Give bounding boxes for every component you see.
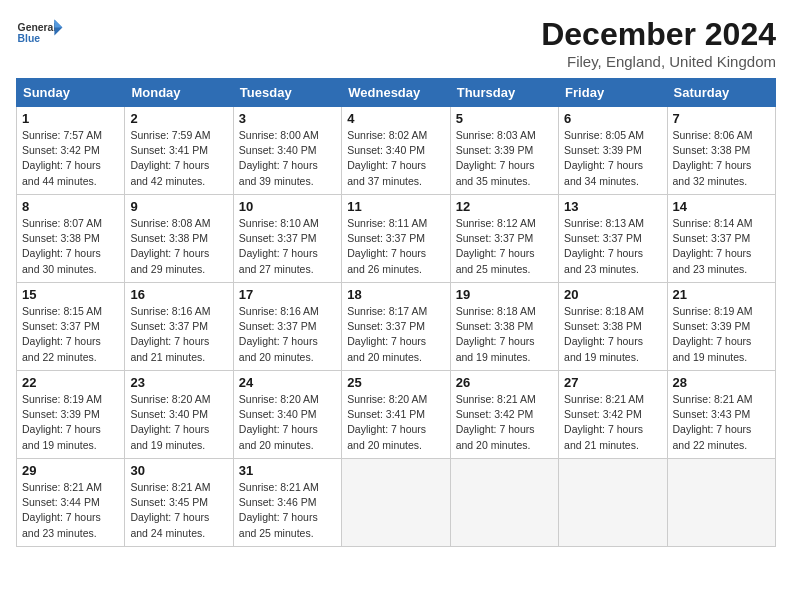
day-number: 2 (130, 111, 227, 126)
calendar-cell: 21Sunrise: 8:19 AMSunset: 3:39 PMDayligh… (667, 283, 775, 371)
day-number: 17 (239, 287, 336, 302)
day-info: Sunrise: 8:18 AMSunset: 3:38 PMDaylight:… (564, 304, 661, 365)
day-info: Sunrise: 8:20 AMSunset: 3:40 PMDaylight:… (239, 392, 336, 453)
weekday-header-tuesday: Tuesday (233, 79, 341, 107)
day-number: 29 (22, 463, 119, 478)
svg-text:General: General (18, 22, 57, 33)
week-row-3: 15Sunrise: 8:15 AMSunset: 3:37 PMDayligh… (17, 283, 776, 371)
calendar-cell (450, 459, 558, 547)
calendar-cell: 9Sunrise: 8:08 AMSunset: 3:38 PMDaylight… (125, 195, 233, 283)
day-number: 7 (673, 111, 770, 126)
month-title: December 2024 (541, 16, 776, 53)
calendar-table: SundayMondayTuesdayWednesdayThursdayFrid… (16, 78, 776, 547)
day-info: Sunrise: 8:21 AMSunset: 3:42 PMDaylight:… (456, 392, 553, 453)
calendar-cell: 23Sunrise: 8:20 AMSunset: 3:40 PMDayligh… (125, 371, 233, 459)
day-info: Sunrise: 8:03 AMSunset: 3:39 PMDaylight:… (456, 128, 553, 189)
calendar-cell: 2Sunrise: 7:59 AMSunset: 3:41 PMDaylight… (125, 107, 233, 195)
calendar-cell: 22Sunrise: 8:19 AMSunset: 3:39 PMDayligh… (17, 371, 125, 459)
calendar-cell: 17Sunrise: 8:16 AMSunset: 3:37 PMDayligh… (233, 283, 341, 371)
logo: General Blue (16, 16, 64, 52)
day-number: 13 (564, 199, 661, 214)
week-row-1: 1Sunrise: 7:57 AMSunset: 3:42 PMDaylight… (17, 107, 776, 195)
svg-marker-3 (54, 20, 62, 28)
logo-icon: General Blue (16, 16, 64, 52)
day-info: Sunrise: 8:15 AMSunset: 3:37 PMDaylight:… (22, 304, 119, 365)
day-number: 3 (239, 111, 336, 126)
day-info: Sunrise: 8:21 AMSunset: 3:45 PMDaylight:… (130, 480, 227, 541)
calendar-cell: 11Sunrise: 8:11 AMSunset: 3:37 PMDayligh… (342, 195, 450, 283)
calendar-cell (559, 459, 667, 547)
calendar-cell: 12Sunrise: 8:12 AMSunset: 3:37 PMDayligh… (450, 195, 558, 283)
day-number: 23 (130, 375, 227, 390)
day-number: 27 (564, 375, 661, 390)
svg-text:Blue: Blue (18, 33, 41, 44)
week-row-4: 22Sunrise: 8:19 AMSunset: 3:39 PMDayligh… (17, 371, 776, 459)
week-row-5: 29Sunrise: 8:21 AMSunset: 3:44 PMDayligh… (17, 459, 776, 547)
title-block: December 2024 Filey, England, United Kin… (541, 16, 776, 70)
day-number: 25 (347, 375, 444, 390)
day-number: 10 (239, 199, 336, 214)
calendar-cell: 13Sunrise: 8:13 AMSunset: 3:37 PMDayligh… (559, 195, 667, 283)
calendar-cell: 5Sunrise: 8:03 AMSunset: 3:39 PMDaylight… (450, 107, 558, 195)
calendar-cell: 15Sunrise: 8:15 AMSunset: 3:37 PMDayligh… (17, 283, 125, 371)
day-number: 21 (673, 287, 770, 302)
calendar-cell: 16Sunrise: 8:16 AMSunset: 3:37 PMDayligh… (125, 283, 233, 371)
day-number: 20 (564, 287, 661, 302)
weekday-header-friday: Friday (559, 79, 667, 107)
day-number: 26 (456, 375, 553, 390)
calendar-cell: 1Sunrise: 7:57 AMSunset: 3:42 PMDaylight… (17, 107, 125, 195)
day-number: 28 (673, 375, 770, 390)
day-info: Sunrise: 8:18 AMSunset: 3:38 PMDaylight:… (456, 304, 553, 365)
calendar-cell: 30Sunrise: 8:21 AMSunset: 3:45 PMDayligh… (125, 459, 233, 547)
day-number: 30 (130, 463, 227, 478)
calendar-cell: 24Sunrise: 8:20 AMSunset: 3:40 PMDayligh… (233, 371, 341, 459)
calendar-cell: 29Sunrise: 8:21 AMSunset: 3:44 PMDayligh… (17, 459, 125, 547)
day-info: Sunrise: 8:10 AMSunset: 3:37 PMDaylight:… (239, 216, 336, 277)
page-header: General Blue December 2024 Filey, Englan… (16, 16, 776, 70)
calendar-cell (342, 459, 450, 547)
calendar-cell: 28Sunrise: 8:21 AMSunset: 3:43 PMDayligh… (667, 371, 775, 459)
day-number: 4 (347, 111, 444, 126)
day-number: 16 (130, 287, 227, 302)
calendar-cell: 20Sunrise: 8:18 AMSunset: 3:38 PMDayligh… (559, 283, 667, 371)
day-number: 18 (347, 287, 444, 302)
weekday-header-saturday: Saturday (667, 79, 775, 107)
day-number: 8 (22, 199, 119, 214)
day-info: Sunrise: 8:07 AMSunset: 3:38 PMDaylight:… (22, 216, 119, 277)
calendar-cell: 18Sunrise: 8:17 AMSunset: 3:37 PMDayligh… (342, 283, 450, 371)
calendar-cell (667, 459, 775, 547)
day-info: Sunrise: 7:59 AMSunset: 3:41 PMDaylight:… (130, 128, 227, 189)
day-info: Sunrise: 8:02 AMSunset: 3:40 PMDaylight:… (347, 128, 444, 189)
calendar-cell: 31Sunrise: 8:21 AMSunset: 3:46 PMDayligh… (233, 459, 341, 547)
day-info: Sunrise: 8:05 AMSunset: 3:39 PMDaylight:… (564, 128, 661, 189)
day-number: 5 (456, 111, 553, 126)
day-info: Sunrise: 8:16 AMSunset: 3:37 PMDaylight:… (239, 304, 336, 365)
day-number: 1 (22, 111, 119, 126)
day-number: 12 (456, 199, 553, 214)
day-number: 15 (22, 287, 119, 302)
day-info: Sunrise: 8:14 AMSunset: 3:37 PMDaylight:… (673, 216, 770, 277)
day-info: Sunrise: 8:12 AMSunset: 3:37 PMDaylight:… (456, 216, 553, 277)
calendar-cell: 14Sunrise: 8:14 AMSunset: 3:37 PMDayligh… (667, 195, 775, 283)
location: Filey, England, United Kingdom (541, 53, 776, 70)
day-info: Sunrise: 8:17 AMSunset: 3:37 PMDaylight:… (347, 304, 444, 365)
day-info: Sunrise: 8:20 AMSunset: 3:40 PMDaylight:… (130, 392, 227, 453)
day-info: Sunrise: 8:16 AMSunset: 3:37 PMDaylight:… (130, 304, 227, 365)
weekday-header-thursday: Thursday (450, 79, 558, 107)
day-number: 6 (564, 111, 661, 126)
day-info: Sunrise: 8:08 AMSunset: 3:38 PMDaylight:… (130, 216, 227, 277)
day-number: 9 (130, 199, 227, 214)
calendar-cell: 27Sunrise: 8:21 AMSunset: 3:42 PMDayligh… (559, 371, 667, 459)
day-info: Sunrise: 8:21 AMSunset: 3:43 PMDaylight:… (673, 392, 770, 453)
weekday-header-row: SundayMondayTuesdayWednesdayThursdayFrid… (17, 79, 776, 107)
calendar-cell: 3Sunrise: 8:00 AMSunset: 3:40 PMDaylight… (233, 107, 341, 195)
day-number: 11 (347, 199, 444, 214)
day-info: Sunrise: 8:00 AMSunset: 3:40 PMDaylight:… (239, 128, 336, 189)
calendar-cell: 4Sunrise: 8:02 AMSunset: 3:40 PMDaylight… (342, 107, 450, 195)
day-info: Sunrise: 7:57 AMSunset: 3:42 PMDaylight:… (22, 128, 119, 189)
calendar-cell: 6Sunrise: 8:05 AMSunset: 3:39 PMDaylight… (559, 107, 667, 195)
day-info: Sunrise: 8:21 AMSunset: 3:46 PMDaylight:… (239, 480, 336, 541)
calendar-cell: 19Sunrise: 8:18 AMSunset: 3:38 PMDayligh… (450, 283, 558, 371)
day-info: Sunrise: 8:11 AMSunset: 3:37 PMDaylight:… (347, 216, 444, 277)
week-row-2: 8Sunrise: 8:07 AMSunset: 3:38 PMDaylight… (17, 195, 776, 283)
